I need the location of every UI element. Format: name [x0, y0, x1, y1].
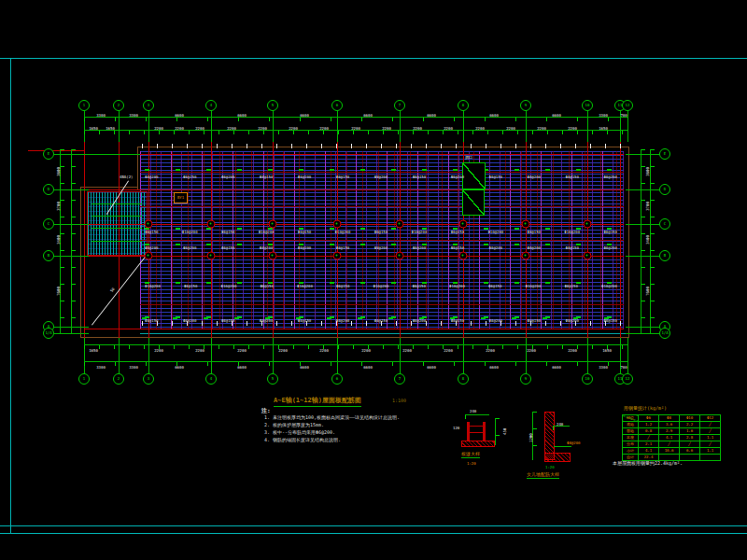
grid-bubble: E	[659, 148, 670, 160]
rebar-label: Φ8@200	[260, 245, 273, 250]
axis-line	[337, 338, 338, 373]
detail1-tie	[467, 426, 486, 427]
rebar-label-row: Φ8@200Φ8@150Φ8@200Φ8@150Φ8@200Φ8@150Φ8@2…	[145, 175, 617, 179]
axis-line	[627, 338, 628, 373]
axis-line	[463, 110, 464, 142]
rebar-label: Φ8@150	[183, 175, 196, 179]
rebar-label: Φ10@200	[221, 284, 237, 288]
rebar-marks-row	[145, 169, 616, 171]
dim-value: 6600	[363, 113, 373, 118]
grid-bubble: 8	[458, 373, 469, 385]
detail1-dim-left: 120	[453, 426, 459, 430]
table-cell: 3.6	[659, 422, 680, 428]
axis-line	[337, 110, 338, 142]
grid-bubble: 3	[143, 373, 154, 385]
grid-bubble: 6	[331, 373, 343, 385]
plan-frame-step	[137, 147, 138, 189]
dim-value: 6600	[300, 113, 309, 118]
rebar-label: Φ10@200	[182, 230, 198, 234]
table-cell: ╱	[700, 422, 721, 428]
detail2-dim-right: 240	[557, 422, 563, 427]
dim-value: 2200	[413, 126, 422, 131]
table-cell: 1.2	[639, 422, 659, 428]
rebar-label: Φ10@200	[601, 284, 617, 288]
grid-bubble: D	[43, 184, 54, 195]
dim-value: 2200	[195, 126, 204, 131]
rebar-label: Φ8@200	[413, 318, 426, 323]
rebar-label: Φ8@150	[528, 318, 541, 323]
dim-value: 3300	[599, 113, 608, 118]
beam-line	[140, 240, 624, 241]
axis-line	[273, 338, 274, 373]
rebar-label-row: Φ8@150Φ8@200Φ8@150Φ8@200Φ8@150Φ8@200Φ8@1…	[145, 318, 617, 323]
rebar-label: Φ10@200	[411, 230, 427, 234]
rebar-label: Φ8@150	[145, 230, 158, 234]
table-cell: Φ10	[680, 415, 700, 422]
rebar-label: Φ10@200	[259, 230, 275, 234]
detail1-caption: 板缝大样	[461, 451, 480, 458]
column-line	[119, 142, 120, 338]
beam-line	[140, 172, 624, 173]
axis-line	[148, 338, 149, 373]
annex-frame-top	[80, 187, 137, 188]
dim-line-top-2	[84, 130, 627, 134]
rebar-label: Φ8@200	[603, 245, 616, 250]
detail2-rebar-label: Φ8@200	[567, 441, 580, 445]
grid-bubble: 2	[113, 373, 124, 385]
rebar-label: Φ8@150	[145, 318, 158, 323]
grid-bubble: 9	[520, 373, 531, 385]
dim-value: 3300	[599, 365, 608, 370]
table-cell: ╱	[700, 428, 721, 435]
axis-line	[587, 338, 588, 373]
rebar-label: Φ10@200	[145, 284, 161, 288]
dim-value: 6600	[175, 113, 184, 118]
dim-value: 2200	[289, 126, 298, 131]
dim-line-top-1	[84, 117, 627, 121]
rebar-label: Φ8@200	[336, 318, 349, 323]
grid-bubble: 1/A	[659, 328, 670, 339]
grid-bubble: E	[43, 148, 54, 160]
stair-bay-label: 4BA(2)	[120, 175, 133, 179]
grid-bubble: C	[659, 218, 670, 230]
grid-bubble: 4	[205, 100, 217, 111]
rebar-label: Φ8@200	[451, 175, 464, 179]
dim-value: 3300	[96, 113, 106, 118]
dim-value: 6600	[237, 365, 247, 370]
rebar-label: Φ8@150	[221, 230, 234, 234]
plan-frame-right	[628, 147, 629, 338]
grid-bubble: 12	[622, 100, 633, 111]
dim-value: 3300	[96, 365, 106, 370]
rebar-label: Φ10@200	[487, 230, 503, 234]
axis-line	[119, 338, 120, 373]
dim-value: 6600	[237, 113, 247, 118]
rebar-label: Φ8@150	[603, 318, 616, 323]
rebar-label: Φ8@150	[451, 230, 464, 234]
dim-value: 2200	[402, 348, 412, 353]
opening-label: 洞口	[465, 155, 472, 160]
node-symbol	[269, 220, 277, 229]
node-symbol	[522, 220, 530, 229]
dim-value: 1650	[599, 126, 608, 131]
node-symbol	[522, 252, 530, 260]
dim-value: 6600	[427, 365, 436, 370]
rebar-label: Φ8@200	[413, 245, 426, 250]
beam-line	[84, 256, 624, 257]
table-cell: 小计	[623, 448, 639, 455]
dim-value: 2200	[227, 126, 236, 131]
dim-value: 700	[620, 365, 627, 370]
rebar-label: Φ8@150	[603, 230, 616, 234]
dim-value: 2200	[475, 126, 485, 131]
rebar-label: Φ8@200	[298, 245, 311, 250]
detail2-dim-left: 1200	[529, 433, 533, 442]
grid-bubble: C	[43, 218, 54, 230]
dim-value: 2200	[278, 348, 288, 353]
rebar-label: Φ8@150	[564, 284, 577, 288]
dim-value: 3700	[645, 202, 650, 211]
dim-value: 6600	[363, 365, 373, 370]
grid-bubble: 3	[143, 100, 154, 111]
rebar-label: Φ10@200	[374, 284, 389, 288]
axis-line	[211, 110, 212, 142]
cad-drawing-canvas[interactable]: 50 4BA(2) 洞口 BY1 123456789101112 1234567…	[0, 0, 747, 560]
plan-frame-bottom	[80, 337, 629, 338]
beam-line	[140, 154, 624, 155]
